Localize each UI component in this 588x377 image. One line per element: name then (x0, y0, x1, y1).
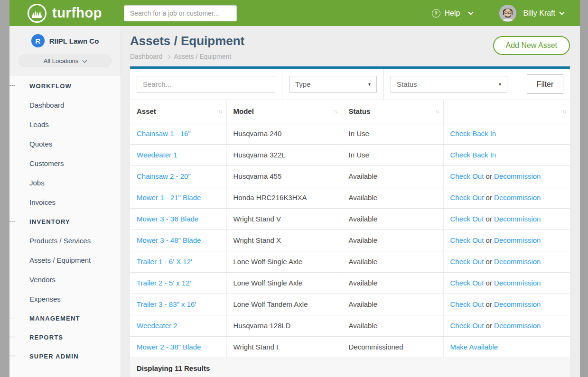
asset-link[interactable]: Chainsaw 1 - 16" (137, 129, 191, 138)
action-link-check-out[interactable]: Check Out (450, 279, 484, 287)
sidebar-item-quotes[interactable]: Quotes (9, 134, 121, 154)
sidebar-item-products-services[interactable]: Products / Services (9, 231, 121, 250)
main-content: Assets / Equipment Dashboard Assets / Eq… (121, 26, 580, 377)
breadcrumb-dashboard[interactable]: Dashboard (130, 53, 163, 60)
action-link-decommission[interactable]: Decommission (494, 279, 541, 287)
action-link-decommission[interactable]: Decommission (494, 193, 541, 202)
type-select[interactable]: Type ▾ (289, 76, 377, 93)
action-link-check-out[interactable]: Check Out (450, 322, 484, 330)
actions-cell: Check Out or Decommission (443, 187, 570, 208)
actions-cell: Check Back In (443, 144, 570, 166)
asset-link[interactable]: Mower 1 - 21" Blade (137, 193, 201, 202)
status-cell: Available (342, 208, 443, 230)
avatar[interactable] (499, 5, 516, 22)
model-cell: Husqvarna 128LD (226, 315, 342, 336)
sort-icon[interactable]: ↑↓ (334, 108, 337, 115)
sort-icon[interactable]: ↑↓ (218, 108, 222, 115)
column-header-model[interactable]: Model↑↓ (226, 100, 342, 123)
table-row: Weedeater 1Husqvarna 322LIn UseCheck Bac… (130, 144, 570, 166)
filter-bar: Type ▾ Status ▾ Filter (130, 69, 570, 100)
sidebar-section-workflow[interactable]: ---WORKFLOW (9, 76, 121, 95)
action-link-check-out[interactable]: Check Out (450, 172, 484, 180)
filter-button[interactable]: Filter (527, 74, 563, 94)
top-navbar: turfhop ? Help Bill (9, 0, 580, 26)
status-select[interactable]: Status ▾ (391, 76, 507, 93)
asset-link[interactable]: Mower 3 - 48" Blade (137, 236, 201, 244)
table-row: Mower 3 - 36 BladeWright Stand VAvailabl… (130, 208, 570, 230)
sidebar-item-invoices[interactable]: Invoices (9, 193, 121, 212)
sidebar-section-reports[interactable]: ---REPORTS (9, 328, 121, 347)
action-link-decommission[interactable]: Decommission (494, 257, 541, 266)
column-header-actions[interactable]: ↑↓ (443, 100, 570, 123)
asset-link[interactable]: Mower 3 - 36 Blade (137, 215, 198, 223)
action-link-decommission[interactable]: Decommission (494, 300, 541, 308)
breadcrumb-current: Assets / Equipment (174, 53, 232, 60)
action-link-check-back-in[interactable]: Check Back In (450, 151, 496, 159)
asset-link[interactable]: Trailer 1 - 6' X 12' (137, 257, 192, 266)
section-dashes-icon: --- (9, 82, 15, 89)
table-row: Trailer 2 - 5' x 12'Lone Wolf Single Axl… (130, 272, 570, 294)
asset-link[interactable]: Weedeater 2 (137, 322, 177, 330)
action-link-check-out[interactable]: Check Out (450, 257, 484, 266)
type-select-label: Type (295, 80, 311, 88)
sidebar-section-management[interactable]: ---MANAGEMENT (9, 309, 121, 328)
asset-link[interactable]: Trailer 2 - 5' x 12' (137, 279, 191, 287)
global-search-input[interactable] (124, 5, 237, 21)
sidebar-section-inventory[interactable]: ---INVENTORY (9, 212, 121, 231)
sort-icon[interactable]: ↑↓ (562, 108, 566, 115)
asset-link[interactable]: Weedeater 1 (137, 151, 177, 159)
action-link-make-available[interactable]: Make Available (450, 343, 498, 351)
help-menu[interactable]: ? Help (432, 9, 473, 18)
action-link-check-out[interactable]: Check Out (450, 236, 484, 244)
brand-name: turfhop (52, 5, 102, 21)
status-cell: Available (342, 294, 443, 315)
sidebar-item-assets-equipment[interactable]: Assets / Equipment (9, 250, 121, 270)
company-name: RIIPL Lawn Co (49, 37, 99, 45)
chevron-down-icon (83, 58, 87, 63)
table-row: Mower 2 - 38" BladeWright Stand IDecommi… (130, 336, 570, 358)
caret-down-icon: ▾ (368, 82, 371, 87)
section-label: REPORTS (29, 334, 63, 341)
asset-link[interactable]: Mower 2 - 38" Blade (137, 343, 201, 351)
actions-cell: Check Out or Decommission (443, 272, 570, 294)
status-select-label: Status (397, 80, 417, 88)
action-link-check-out[interactable]: Check Out (450, 300, 484, 308)
sidebar-item-customers[interactable]: Customers (9, 154, 121, 173)
user-chevron-down-icon[interactable] (559, 9, 564, 15)
column-header-asset[interactable]: Asset↑↓ (130, 100, 226, 123)
actions-cell: Check Out or Decommission (443, 294, 570, 315)
status-cell: Decommissioned (342, 336, 443, 358)
status-cell: In Use (342, 144, 443, 166)
action-link-decommission[interactable]: Decommission (494, 215, 541, 223)
action-link-decommission[interactable]: Decommission (494, 236, 541, 244)
column-header-status[interactable]: Status↑↓ (342, 100, 443, 123)
grass-logo-icon (27, 3, 47, 24)
sidebar-item-expenses[interactable]: Expenses (9, 289, 121, 309)
action-link-decommission[interactable]: Decommission (494, 322, 541, 330)
actions-cell: Check Out or Decommission (443, 208, 570, 230)
action-link-check-out[interactable]: Check Out (450, 215, 484, 223)
sidebar-item-jobs[interactable]: Jobs (9, 173, 121, 193)
asset-link[interactable]: Trailer 3 - 83" x 16' (137, 300, 196, 308)
sidebar-item-leads[interactable]: Leads (9, 115, 121, 134)
filter-divider (282, 69, 282, 100)
sort-icon[interactable]: ↑↓ (435, 108, 439, 115)
global-search (102, 5, 237, 21)
sidebar-section-super-admin[interactable]: ---SUPER ADMIN (9, 347, 121, 366)
sidebar-item-dashboard[interactable]: Dashboard (9, 95, 121, 115)
add-new-asset-button[interactable]: Add New Asset (493, 36, 570, 55)
user-name: Billy Kraft (523, 9, 555, 18)
sidebar-item-vendors[interactable]: Vendors (9, 270, 121, 289)
action-link-check-back-in[interactable]: Check Back In (450, 129, 496, 138)
model-cell: Lone Wolf Tandem Axle (226, 294, 342, 315)
action-separator: or (484, 215, 494, 223)
action-link-decommission[interactable]: Decommission (494, 172, 541, 180)
table-search-input[interactable] (137, 76, 275, 92)
model-cell: Wright Stand X (226, 230, 342, 251)
brand-logo[interactable]: turfhop (27, 3, 102, 24)
action-separator: or (484, 279, 494, 287)
action-link-check-out[interactable]: Check Out (450, 193, 484, 202)
asset-link[interactable]: Chainsaw 2 - 20" (137, 172, 191, 180)
filter-divider (383, 69, 384, 100)
all-locations-dropdown[interactable]: All Locations (19, 55, 112, 67)
